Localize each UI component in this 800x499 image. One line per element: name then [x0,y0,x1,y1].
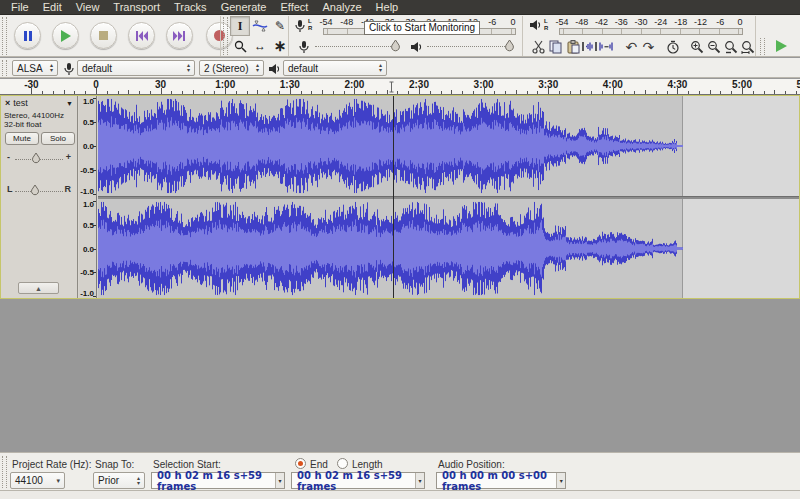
trim-icon [582,40,597,53]
meter-scale-label: -6 [488,17,496,27]
play-meter-bars [559,28,743,35]
track-format-info: Stereo, 44100Hz [4,111,64,120]
output-volume-speaker-icon [410,41,423,53]
spinner-icon: ▴▾ [252,63,259,73]
redo-button[interactable]: ↷ [640,37,657,56]
zoom-out-button[interactable] [706,37,723,56]
dropdown-icon: ▾ [275,473,284,488]
project-rate-select[interactable]: 44100 ▾ [10,472,65,489]
silence-audio-button[interactable] [598,37,615,56]
edit-toolbar: ↶ ↷ [522,36,757,57]
selection-grip[interactable] [2,456,7,488]
timeline-ruler[interactable]: -300301:001:302:002:303:003:304:004:305:… [0,79,800,95]
menu-item-edit[interactable]: Edit [36,0,69,15]
draw-tool[interactable]: ✎ [270,16,290,36]
envelope-icon [252,20,268,32]
meter-scale-label: -18 [674,17,687,27]
envelope-tool[interactable] [250,16,270,36]
gain-thumb[interactable] [31,152,41,166]
gain-slider[interactable]: - + [7,150,71,168]
selection-end-field[interactable]: 00 h 02 m 16 s+59 frames ▾ [291,472,425,489]
transcription-grip[interactable] [760,38,765,55]
time-shift-tool[interactable]: ↔ [250,36,270,56]
meter-scale-label: -48 [575,17,588,27]
menu-item-analyze[interactable]: Analyze [315,0,368,15]
silence-icon [599,40,614,53]
input-device-value: default [82,63,112,74]
collapse-track-button[interactable]: ▲ [18,282,59,294]
selection-tool[interactable]: I [230,16,250,36]
copy-button[interactable] [547,37,564,56]
clock-icon [666,40,680,54]
selection-toolbar: Project Rate (Hz): 44100 ▾ Snap To: Prio… [0,452,800,490]
amplitude-label: -0.5 [80,166,94,175]
input-device-select[interactable]: default ▴▾ [77,60,195,76]
fit-selection-button[interactable] [723,37,740,56]
menu-item-help[interactable]: Help [369,0,406,15]
play-icon [61,30,71,42]
timeline-label: 1:30 [280,79,300,90]
play-button[interactable] [52,22,79,49]
zoom-in-button[interactable] [689,37,706,56]
input-channels-select[interactable]: 2 (Stereo) ▴▾ [199,60,264,76]
input-volume-mic-icon [298,40,310,54]
cut-button[interactable] [530,37,547,56]
length-radio-label[interactable]: Length [352,459,383,470]
timeline-label: -30 [24,79,38,90]
pause-icon [24,31,32,41]
end-radio-label[interactable]: End [310,459,328,470]
vertical-ruler[interactable]: 1.00.50.0-0.5-1.01.00.50.0-0.5-1.0 [79,96,97,298]
pan-thumb[interactable] [30,184,40,198]
menu-item-view[interactable]: View [69,0,107,15]
transport-toolbar [0,15,220,57]
zoom-tool[interactable] [230,36,250,56]
play-at-speed-button[interactable] [776,40,787,52]
channel-divider [98,196,799,199]
device-grip[interactable] [2,60,7,76]
output-volume-slider[interactable] [427,46,513,47]
multi-tool[interactable]: ∗ [270,36,290,56]
waveform-area[interactable] [98,96,799,298]
playback-meter[interactable]: L R -54-48-42-36-30-24-18-12-60 [525,16,749,36]
stop-button[interactable] [90,22,117,49]
menu-item-tracks[interactable]: Tracks [167,0,214,15]
waveform-channel-left[interactable] [98,96,683,196]
selection-start-field[interactable]: 00 h 02 m 16 s+59 frames ▾ [151,472,285,489]
track-workspace[interactable]: × test ▼ Stereo, 44100Hz 32-bit float Mu… [0,95,800,452]
waveform-channel-right[interactable] [98,199,683,298]
trim-audio-button[interactable] [581,37,598,56]
undo-button[interactable]: ↶ [623,37,640,56]
input-volume-thumb[interactable] [390,39,401,54]
length-radio[interactable] [337,458,348,469]
timeline-label: 5:30 [797,79,800,90]
zoom-in-icon [690,40,704,54]
output-volume-thumb[interactable] [504,39,515,54]
skip-to-start-button[interactable] [128,22,155,49]
menu-item-transport[interactable]: Transport [106,0,167,15]
paste-button[interactable] [564,37,581,56]
menu-item-generate[interactable]: Generate [214,0,274,15]
menu-item-file[interactable]: File [4,0,36,15]
dropdown-icon: ▾ [52,478,60,483]
pause-button[interactable] [14,22,41,49]
skip-to-end-button[interactable] [166,22,193,49]
audio-host-select[interactable]: ALSA ▴▾ [12,60,58,76]
monitoring-tooltip[interactable]: Click to Start Monitoring [364,21,480,35]
track-close-button[interactable]: × [2,98,13,108]
project-rate-label: Project Rate (Hz): [12,459,91,470]
solo-button[interactable]: Solo [41,132,75,145]
snap-to-select[interactable]: Prior ▴▾ [93,472,145,489]
input-volume-slider[interactable] [315,46,397,47]
track-name[interactable]: test [13,98,28,108]
audio-position-field[interactable]: 00 h 00 m 00 s+00 frames ▾ [436,472,566,489]
track-menu-button[interactable]: ▼ [66,100,76,107]
output-device-select[interactable]: default ▴▾ [283,60,387,76]
end-radio[interactable] [295,458,306,469]
sync-lock-button[interactable] [664,37,681,56]
stop-icon [99,31,108,40]
pan-slider[interactable]: L R [7,182,71,200]
track-control-panel: × test ▼ Stereo, 44100Hz 32-bit float Mu… [1,96,78,298]
menu-item-effect[interactable]: Effect [274,0,316,15]
mute-button[interactable]: Mute [5,132,39,145]
audacity-window: FileEditViewTransportTracksGenerateEffec… [0,0,800,499]
